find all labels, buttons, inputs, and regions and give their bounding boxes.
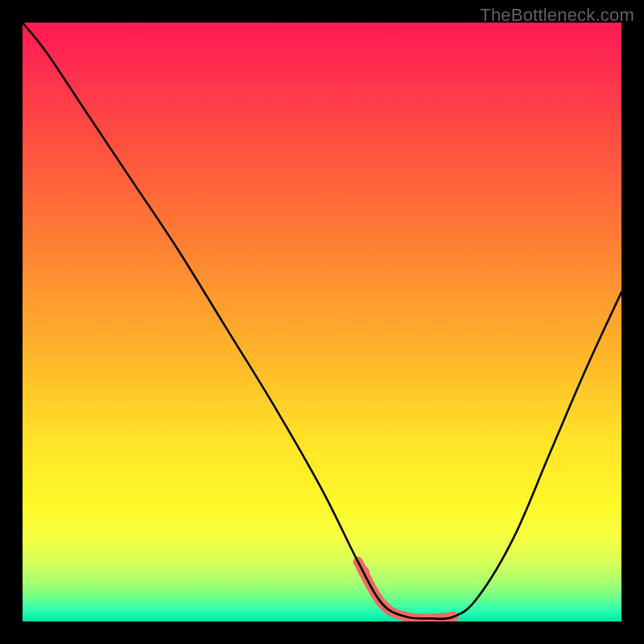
bottleneck-curve <box>23 23 621 619</box>
chart-frame: TheBottleneck.com <box>0 0 644 644</box>
plot-area <box>23 23 621 621</box>
curve-svg <box>23 23 621 621</box>
watermark-text: TheBottleneck.com <box>480 5 634 26</box>
